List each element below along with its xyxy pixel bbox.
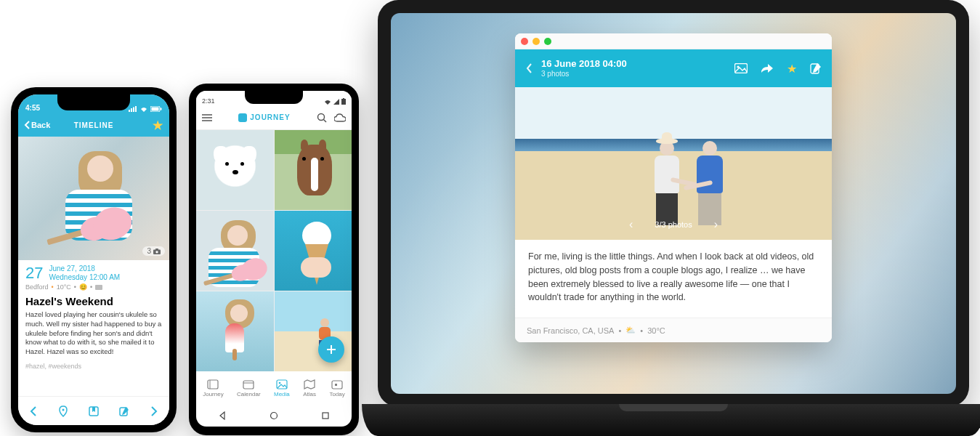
share-button[interactable] bbox=[761, 63, 774, 73]
entry-subtitle: 3 photos bbox=[541, 70, 627, 78]
media-grid bbox=[196, 130, 352, 371]
photo-counter: 3/3 photos bbox=[655, 220, 692, 229]
compose-icon bbox=[810, 62, 822, 74]
star-button[interactable]: ★ bbox=[153, 118, 163, 132]
android-header: JOURNEY bbox=[196, 105, 352, 130]
window-close-button[interactable] bbox=[521, 38, 528, 45]
photo-prev-button[interactable]: ‹ bbox=[629, 218, 633, 231]
iphone-notch bbox=[57, 94, 130, 110]
mac-titlebar bbox=[515, 33, 832, 49]
svg-rect-5 bbox=[152, 108, 159, 111]
tab-today[interactable]: Today bbox=[329, 379, 344, 397]
image-icon bbox=[734, 63, 748, 73]
camera-icon bbox=[153, 249, 161, 254]
nav-home[interactable] bbox=[270, 411, 278, 420]
weather-icon: ⛅ bbox=[625, 326, 636, 335]
compose-button[interactable] bbox=[810, 62, 822, 74]
svg-rect-1 bbox=[131, 108, 132, 112]
brand-label: JOURNEY bbox=[250, 113, 290, 121]
android-tabbar: Journey Calendar Media Atlas Today bbox=[196, 371, 352, 405]
media-tile[interactable] bbox=[196, 130, 274, 210]
svg-rect-33 bbox=[735, 64, 748, 73]
bookmark-button[interactable] bbox=[86, 404, 101, 419]
tab-media[interactable]: Media bbox=[274, 379, 290, 397]
entry-hero-photo[interactable]: 3 bbox=[18, 137, 169, 260]
svg-rect-32 bbox=[323, 413, 328, 419]
media-tile[interactable] bbox=[196, 211, 274, 291]
fab-add-button[interactable] bbox=[318, 336, 344, 363]
statusbar-indicators bbox=[324, 98, 346, 105]
battery-icon bbox=[341, 98, 346, 105]
statusbar-time: 2:31 bbox=[202, 97, 215, 105]
circle-icon bbox=[270, 411, 278, 420]
compose-button[interactable] bbox=[117, 404, 131, 419]
tab-journey[interactable]: Journey bbox=[203, 379, 223, 397]
svg-rect-25 bbox=[243, 381, 254, 389]
entry-weekday-time: Wednesday 12:00 AM bbox=[49, 273, 120, 282]
laptop-device: 16 June 2018 04:00 3 photos ★ ‹ bbox=[378, 0, 969, 407]
hero-illustration bbox=[18, 137, 169, 260]
photo-next-button[interactable]: › bbox=[714, 218, 718, 231]
footer-location: San Francisco, CA, USA bbox=[527, 326, 614, 335]
android-device: 2:31 JOURNEY bbox=[189, 84, 359, 435]
android-notch bbox=[245, 91, 303, 104]
svg-line-20 bbox=[323, 119, 326, 122]
tab-label: Media bbox=[274, 391, 290, 397]
svg-rect-30 bbox=[335, 384, 337, 386]
svg-rect-2 bbox=[133, 108, 134, 113]
menu-button[interactable] bbox=[202, 114, 212, 121]
prev-button[interactable] bbox=[26, 404, 41, 419]
photo-count-badge: 3 bbox=[142, 246, 165, 256]
plus-icon bbox=[325, 344, 337, 355]
wifi-icon bbox=[139, 106, 148, 112]
iphone-device: 4:55 Back TIMELINE ★ bbox=[11, 87, 177, 432]
star-button[interactable]: ★ bbox=[787, 62, 797, 76]
entry-date: June 27, 2018 bbox=[49, 265, 120, 273]
nav-back[interactable] bbox=[218, 411, 227, 420]
wifi-icon bbox=[324, 99, 331, 105]
window-zoom-button[interactable] bbox=[544, 38, 551, 45]
cloud-button[interactable] bbox=[334, 113, 346, 122]
photo-button[interactable] bbox=[734, 63, 748, 73]
next-button[interactable] bbox=[147, 404, 161, 419]
square-icon bbox=[321, 411, 330, 420]
battery-icon bbox=[150, 106, 162, 112]
laptop-base bbox=[362, 404, 980, 436]
iphone-header: Back TIMELINE ★ bbox=[18, 113, 169, 137]
svg-point-31 bbox=[270, 413, 277, 419]
back-button[interactable]: Back bbox=[24, 121, 50, 129]
tab-atlas[interactable]: Atlas bbox=[303, 379, 316, 397]
entry-location: Bedford bbox=[25, 283, 49, 291]
back-label: Back bbox=[31, 121, 50, 129]
media-tile[interactable] bbox=[275, 291, 352, 371]
entry-day-number: 27 bbox=[25, 265, 43, 281]
window-minimize-button[interactable] bbox=[532, 38, 540, 45]
search-button[interactable] bbox=[317, 113, 327, 123]
tab-label: Journey bbox=[203, 391, 223, 397]
chevron-left-icon bbox=[525, 62, 532, 74]
laptop-screen: 16 June 2018 04:00 3 photos ★ ‹ bbox=[391, 13, 956, 394]
media-tile[interactable] bbox=[275, 211, 352, 291]
svg-point-28 bbox=[279, 382, 281, 384]
photo-nav: ‹ 3/3 photos › bbox=[515, 218, 832, 231]
mac-window: 16 June 2018 04:00 3 photos ★ ‹ bbox=[515, 33, 832, 342]
map-pin-button[interactable] bbox=[56, 404, 70, 419]
nav-recent[interactable] bbox=[321, 411, 330, 420]
android-navbar bbox=[196, 405, 352, 427]
tab-calendar[interactable]: Calendar bbox=[237, 379, 260, 397]
media-tile[interactable] bbox=[275, 130, 352, 210]
signal-icon bbox=[333, 99, 339, 105]
back-button[interactable] bbox=[525, 62, 532, 74]
share-icon bbox=[761, 63, 774, 73]
svg-rect-6 bbox=[161, 108, 162, 110]
entry-footer: San Francisco, CA, USA • ⛅ • 30°C bbox=[515, 318, 832, 342]
media-tile[interactable] bbox=[196, 291, 274, 371]
triangle-left-icon bbox=[218, 411, 227, 420]
page-title: TIMELINE bbox=[74, 121, 114, 129]
entry-photo[interactable]: ‹ 3/3 photos › bbox=[515, 87, 832, 240]
photo-illustration bbox=[655, 124, 742, 225]
photo-count-value: 3 bbox=[147, 247, 151, 255]
statusbar-indicators bbox=[129, 106, 162, 112]
chevron-left-icon bbox=[24, 121, 30, 129]
svg-point-9 bbox=[155, 251, 158, 253]
